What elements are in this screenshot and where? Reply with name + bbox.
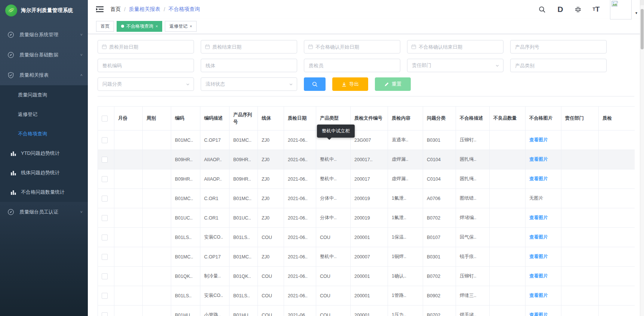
inspect-end-date-input[interactable] xyxy=(210,40,297,53)
responsible-dept-select[interactable]: 责任部门 xyxy=(407,59,503,72)
nc-confirm-end-date-input[interactable] xyxy=(416,40,503,53)
view-image-link[interactable]: 查看图片 xyxy=(529,254,548,260)
pencil-icon xyxy=(384,82,389,87)
search-icon xyxy=(312,82,318,87)
row-checkbox[interactable] xyxy=(102,137,108,143)
unit-code-input[interactable] xyxy=(98,59,194,72)
docs-icon[interactable]: D xyxy=(556,5,564,13)
breadcrumb-nonconformance-query[interactable]: 不合格项查询 xyxy=(169,6,200,13)
product-category-input[interactable] xyxy=(511,59,606,72)
page-scrollbar[interactable] xyxy=(640,0,644,316)
serial-number-input[interactable] xyxy=(511,40,606,53)
sidebar-item-repair-register[interactable]: 返修登记 xyxy=(0,105,88,124)
cell-content: 直通率.. xyxy=(388,131,423,150)
unit-code-field[interactable] xyxy=(98,59,194,72)
cell-checkbox xyxy=(98,189,114,208)
problem-category-select[interactable]: 问题分类 xyxy=(98,77,194,91)
fullscreen-icon[interactable] xyxy=(574,5,582,13)
select-placeholder: 问题分类 xyxy=(98,81,186,88)
navbar-actions: D TT ▾ xyxy=(538,0,637,19)
row-checkbox[interactable] xyxy=(102,215,108,221)
view-image-link[interactable]: 查看图片 xyxy=(529,137,548,143)
sidebar-item-employee-certification[interactable]: 质量烟台员工认证 ˅ xyxy=(0,202,88,222)
column-header-doc_no: 质检文件编号 xyxy=(351,107,388,131)
nc-confirm-start-date-input[interactable] xyxy=(313,40,400,53)
row-checkbox[interactable] xyxy=(102,196,108,202)
row-checkbox[interactable] xyxy=(102,176,108,182)
sidebar-item-quality-base-data[interactable]: 质量烟台基础数据 ˅ xyxy=(0,45,88,65)
tab-close-icon[interactable]: × xyxy=(155,24,158,28)
reset-button[interactable]: 重置 xyxy=(375,77,411,91)
nc-confirm-start-date-field[interactable] xyxy=(304,40,400,53)
cell-month xyxy=(114,247,143,267)
tab-nonconformance-query[interactable]: 不合格项查询 × xyxy=(117,21,162,32)
inspect-start-date-input[interactable] xyxy=(107,40,194,53)
cell-inspect_date: 2021-06.. xyxy=(284,267,316,286)
row-checkbox[interactable] xyxy=(102,157,108,163)
view-image-link[interactable]: 查看图片 xyxy=(529,215,548,221)
search-icon[interactable] xyxy=(538,5,546,13)
inspector-input[interactable] xyxy=(304,59,400,72)
cell-code_desc: AIIAOP.. xyxy=(200,150,229,169)
sidebar-item-nc-count-stats[interactable]: 不合格问题数量统计 xyxy=(0,182,88,202)
inspector-field[interactable] xyxy=(304,59,400,72)
tab-label: 不合格项查询 xyxy=(126,23,153,30)
cell-code: B01QK.. xyxy=(171,267,200,286)
scrollbar-thumb[interactable] xyxy=(641,9,644,49)
breadcrumb-quality-reports[interactable]: 质量相关报表 xyxy=(129,6,160,13)
tab-home[interactable]: 首页 xyxy=(96,21,114,32)
chart-icon xyxy=(10,150,16,156)
avatar[interactable] xyxy=(610,0,632,19)
cell-product_type: 整机中.. xyxy=(316,247,351,267)
sidebar-item-label: 线体问题趋势统计 xyxy=(21,169,60,176)
scrollbar-up-button[interactable] xyxy=(640,0,644,5)
serial-number-field[interactable] xyxy=(510,40,607,53)
sidebar-item-nonconformance-query[interactable]: 不合格项查询 xyxy=(0,124,88,144)
view-image-link[interactable]: 查看图片 xyxy=(529,292,548,299)
column-header-category: 问题分类 xyxy=(423,107,456,131)
inspect-start-date-field[interactable] xyxy=(98,40,194,53)
search-button[interactable] xyxy=(304,77,326,91)
nc-confirm-end-date-field[interactable] xyxy=(407,40,503,53)
row-checkbox[interactable] xyxy=(102,234,108,240)
sidebar-item-quality-issue-query[interactable]: 质量问题查询 xyxy=(0,85,88,105)
cell-inspect_date: 2021-06.. xyxy=(284,228,316,247)
cell-doc_no: 200001 xyxy=(351,228,388,247)
line-input[interactable] xyxy=(201,59,297,72)
breadcrumb-home[interactable]: 首页 xyxy=(110,6,121,13)
cell-content: 1管路.. xyxy=(388,286,423,306)
hamburger-icon[interactable] xyxy=(96,6,104,12)
row-checkbox[interactable] xyxy=(102,312,108,316)
inspect-end-date-field[interactable] xyxy=(201,40,297,53)
view-image-link[interactable]: 查看图片 xyxy=(529,234,548,240)
view-image-link[interactable]: 查看图片 xyxy=(529,176,548,182)
tab-close-icon[interactable]: × xyxy=(189,24,192,28)
product-category-field[interactable] xyxy=(510,59,607,72)
cell-checkbox xyxy=(98,131,114,150)
row-checkbox[interactable] xyxy=(102,254,108,260)
table-header-row: 月份周别编码编码描述产品序列号线体质检日期产品类型质检文件编号质检内容问题分类不… xyxy=(98,107,635,131)
sidebar-item-quality-reports[interactable]: 质量相关报表 ˄ xyxy=(0,65,88,85)
cell-doc_no: 200001 xyxy=(351,286,388,306)
table-row: B01LS..安装CO..B01LS..COU2021-06..COU20000… xyxy=(98,228,635,247)
row-checkbox[interactable] xyxy=(102,293,108,299)
view-image-link[interactable]: 查看图片 xyxy=(529,273,548,279)
cell-extra xyxy=(599,208,635,228)
tab-repair-register[interactable]: 返修登记 × xyxy=(165,21,196,32)
sidebar-item-quality-system-mgmt[interactable]: 质量烟台系统管理 ˅ xyxy=(0,25,88,45)
line-field[interactable] xyxy=(201,59,297,72)
flow-status-select[interactable]: 流转状态 xyxy=(201,77,297,91)
cell-week xyxy=(143,306,171,316)
view-image-link[interactable]: 查看图片 xyxy=(529,156,548,163)
sidebar-item-ytd-trend-stats[interactable]: YTD问题趋势统计 xyxy=(0,144,88,163)
cell-nc_desc: 困扎绳.. xyxy=(456,169,490,189)
font-size-icon[interactable]: TT xyxy=(592,5,600,13)
sidebar-item-line-trend-stats[interactable]: 线体问题趋势统计 xyxy=(0,163,88,182)
sidebar-item-label: YTD问题趋势统计 xyxy=(21,150,60,157)
guide-icon xyxy=(7,209,14,215)
export-button[interactable]: 导出 xyxy=(332,77,368,91)
select-all-checkbox[interactable] xyxy=(102,116,108,122)
row-checkbox[interactable] xyxy=(102,273,108,279)
view-image-link[interactable]: 查看图片 xyxy=(529,312,548,316)
dropdown-caret-icon[interactable]: ▾ xyxy=(635,11,637,15)
